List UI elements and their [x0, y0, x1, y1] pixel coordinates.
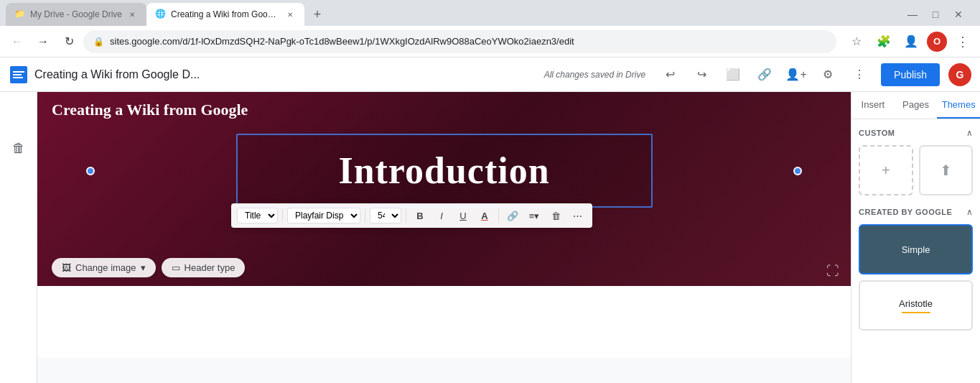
toolbar-separator-4 [498, 208, 499, 223]
tab-title-wiki: Creating a Wiki from Google Doc... [171, 9, 280, 19]
google-chevron[interactable]: ∧ [966, 207, 973, 217]
browser-menu-button[interactable]: ⋮ [951, 30, 974, 53]
svg-rect-1 [13, 71, 24, 73]
bold-button[interactable]: B [411, 206, 429, 225]
resize-handle-left[interactable] [86, 167, 95, 175]
custom-label: CUSTOM [859, 129, 895, 137]
aspect-ratio-icon: ⛶ [826, 264, 839, 279]
main-area: 🗑 Creating a Wiki from Google Title Play… [0, 92, 980, 383]
font-select[interactable]: Playfair Disp [287, 208, 360, 223]
lock-icon: 🔒 [93, 37, 104, 47]
tab-close-wiki[interactable]: ✕ [284, 9, 296, 20]
custom-section-header: CUSTOM ∧ [859, 128, 973, 138]
sync-icon[interactable]: 👤 [900, 30, 923, 53]
publish-button[interactable]: Publish [881, 63, 940, 86]
new-tab-button[interactable]: + [307, 4, 327, 24]
title-text-box[interactable]: Introduction [236, 134, 653, 208]
refresh-button[interactable]: ↻ [57, 30, 80, 53]
url-text: sites.google.com/d/1f-lOxDmzdSQH2-NaPgk-… [110, 36, 826, 47]
text-color-button[interactable]: A [475, 206, 494, 225]
minimize-button[interactable]: — [902, 4, 923, 24]
aristotle-underline [902, 312, 930, 313]
address-bar: ← → ↻ 🔒 sites.google.com/d/1f-lOxDmzdSQH… [0, 26, 980, 57]
hero-title-bar: Creating a Wiki from Google [37, 92, 851, 128]
maximize-button[interactable]: □ [925, 4, 946, 24]
header-type-button[interactable]: ▭ Header type [162, 258, 246, 277]
saved-message: All changes saved in Drive [544, 70, 645, 80]
tab-themes[interactable]: Themes [937, 92, 980, 119]
panel-tabs: Insert Pages Themes [851, 92, 980, 119]
title-box-wrapper: Introduction [37, 134, 851, 208]
svg-rect-2 [13, 74, 22, 75]
align-button[interactable]: ≡▾ [525, 206, 543, 225]
google-label: CREATED BY GOOGLE [859, 208, 952, 216]
hero-site-title: Creating a Wiki from Google [52, 101, 836, 119]
font-size-select[interactable]: 54 [370, 208, 401, 223]
close-browser-button[interactable]: ✕ [948, 4, 969, 24]
tab-bar: 📁 My Drive - Google Drive ✕ 🌐 Creating a… [0, 0, 980, 26]
forward-button[interactable]: → [32, 30, 55, 53]
toolbar-separator-2 [365, 208, 365, 223]
tab-pages[interactable]: Pages [895, 92, 938, 119]
settings-button[interactable]: ⚙ [815, 62, 841, 88]
link-button-toolbar[interactable]: 🔗 [503, 206, 522, 225]
panel-body: CUSTOM ∧ + ⬆ CREATED BY GOOGLE ∧ [851, 119, 980, 383]
tab-my-drive[interactable]: 📁 My Drive - Google Drive ✕ [6, 3, 146, 26]
tab-insert[interactable]: Insert [851, 92, 895, 119]
add-theme-button[interactable]: + [859, 145, 913, 195]
toolbar-separator-1 [282, 208, 283, 223]
hero-footer: 🖼 Change image ▾ ▭ Header type [37, 249, 259, 286]
svg-rect-3 [13, 77, 23, 78]
profile-button[interactable]: O [927, 32, 947, 52]
more-text-button[interactable]: ⋯ [568, 206, 587, 225]
more-button[interactable]: ⋮ [846, 62, 872, 88]
left-sidebar: 🗑 [0, 92, 37, 383]
text-style-select[interactable]: Title [237, 208, 278, 223]
change-image-chevron: ▾ [141, 262, 146, 273]
extensions-icon[interactable]: 🧩 [872, 30, 895, 53]
hero-section: Creating a Wiki from Google Title Playfa… [37, 92, 851, 286]
underline-button[interactable]: U [454, 206, 472, 225]
url-bar[interactable]: 🔒 sites.google.com/d/1f-lOxDmzdSQH2-NaPg… [83, 30, 836, 53]
change-image-button[interactable]: 🖼 Change image ▾ [52, 258, 156, 277]
header-type-icon: ▭ [172, 262, 180, 273]
custom-chevron[interactable]: ∧ [966, 128, 973, 138]
text-editor-toolbar: Title Playfair Disp 54 B I U A [231, 203, 592, 228]
link-button[interactable]: 🔗 [752, 62, 778, 88]
undo-button[interactable]: ↩ [657, 62, 683, 88]
google-section-header: CREATED BY GOOGLE ∧ [859, 207, 973, 217]
sites-toolbar: Creating a Wiki from Google D... All cha… [0, 57, 980, 92]
aristotle-theme-label: Aristotle [899, 298, 933, 309]
upload-theme-button[interactable]: ⬆ [919, 145, 974, 195]
canvas-area: Creating a Wiki from Google Title Playfa… [37, 92, 851, 383]
tab-close-drive[interactable]: ✕ [126, 9, 138, 20]
simple-theme-card[interactable]: Simple [859, 224, 973, 274]
browser-frame: 📁 My Drive - Google Drive ✕ 🌐 Creating a… [0, 0, 980, 383]
sites-logo [9, 65, 29, 85]
tab-favicon-wiki: 🌐 [155, 9, 167, 20]
tab-wiki[interactable]: 🌐 Creating a Wiki from Google Doc... ✕ [146, 3, 304, 26]
bookmark-icon[interactable]: ☆ [845, 30, 868, 53]
share-button[interactable]: 👤+ [783, 62, 809, 88]
sites-doc-title[interactable]: Creating a Wiki from Google D... [34, 68, 538, 81]
simple-theme-label: Simple [902, 244, 930, 255]
italic-button[interactable]: I [432, 206, 451, 225]
tab-title-drive: My Drive - Google Drive [30, 9, 122, 19]
resize-handle-right[interactable] [793, 167, 802, 175]
delete-text-button[interactable]: 🗑 [546, 206, 565, 225]
preview-button[interactable]: ⬜ [720, 62, 746, 88]
hero-intro-text[interactable]: Introduction [266, 149, 622, 192]
content-area [37, 286, 851, 358]
aristotle-theme-card[interactable]: Aristotle [859, 280, 973, 331]
upload-icon: ⬆ [940, 162, 952, 179]
image-icon: 🖼 [62, 262, 71, 273]
account-avatar[interactable]: G [948, 63, 971, 86]
right-panel: Insert Pages Themes CUSTOM ∧ + ⬆ [851, 92, 980, 383]
toolbar-separator-3 [406, 208, 406, 223]
redo-button[interactable]: ↪ [689, 62, 714, 88]
back-button[interactable]: ← [6, 30, 29, 53]
tab-favicon-drive: 📁 [14, 9, 26, 20]
delete-section-button[interactable]: 🗑 [6, 135, 32, 161]
custom-theme-grid: + ⬆ [859, 145, 973, 195]
add-icon: + [882, 162, 890, 179]
